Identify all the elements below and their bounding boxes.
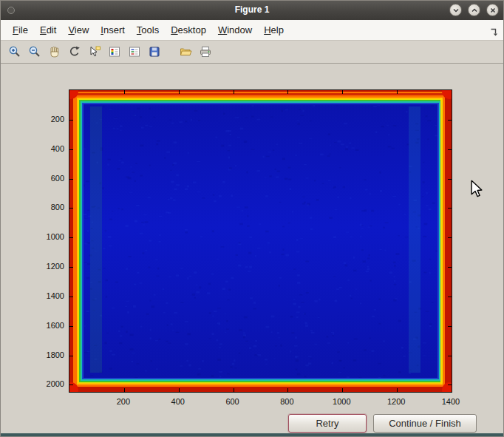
x-axis-tick-label: 800 [271, 397, 302, 407]
x-axis-tick-label: 1000 [326, 397, 357, 407]
menu-tools[interactable]: Tools [131, 22, 165, 38]
zoom-out-icon[interactable] [27, 44, 43, 60]
y-axis-tick-label: 1200 [33, 262, 64, 271]
x-axis-tick-label: 400 [163, 397, 194, 407]
menu-insert[interactable]: Insert [95, 22, 131, 38]
zoom-in-icon[interactable] [7, 44, 23, 60]
data-cursor-icon[interactable] [86, 44, 103, 60]
chevron-up-icon [471, 7, 478, 14]
toolbar-separator [166, 44, 174, 60]
y-axis-tick-label: 2000 [33, 379, 64, 389]
insert-legend-icon[interactable] [126, 44, 143, 60]
insert-colorbar-icon[interactable] [106, 44, 123, 60]
save-icon[interactable] [146, 44, 163, 60]
x-axis-tick-label: 1200 [381, 397, 412, 407]
rotate-3d-icon[interactable] [67, 44, 83, 60]
print-icon[interactable] [197, 44, 214, 60]
x-axis-tick-label: 1400 [435, 397, 466, 407]
retry-button[interactable]: Retry [288, 414, 367, 433]
pan-hand-icon[interactable] [47, 44, 63, 60]
y-axis-tick-label: 200 [33, 115, 64, 124]
undock-arrow-icon[interactable] [489, 26, 498, 39]
chevron-down-icon [452, 7, 460, 14]
window-title: Figure 1 [1, 4, 503, 15]
y-axis-tick-label: 400 [33, 144, 64, 154]
figure-toolbar [1, 41, 503, 64]
open-folder-icon[interactable] [177, 44, 194, 60]
continue-finish-button[interactable]: Continue / Finish [373, 414, 477, 433]
x-axis-tick-label: 200 [108, 397, 139, 407]
menu-desktop[interactable]: Desktop [165, 22, 212, 38]
y-axis-tick-label: 600 [33, 174, 64, 183]
menu-help[interactable]: Help [258, 22, 290, 38]
window-bottom-edge [1, 433, 503, 436]
close-icon [489, 7, 497, 14]
y-axis-tick-label: 1800 [33, 350, 64, 360]
y-axis-tick-label: 1600 [33, 321, 64, 331]
titlebar: Figure 1 [1, 1, 503, 20]
menu-window[interactable]: Window [212, 22, 258, 38]
figure-canvas-area: Retry Continue / Finish 2004006008001000… [1, 64, 503, 433]
menubar: File Edit View Insert Tools Desktop Wind… [1, 20, 503, 41]
y-axis-tick-label: 800 [33, 203, 64, 212]
y-axis-tick-label: 1000 [33, 232, 64, 242]
window-controls [449, 4, 499, 16]
close-button[interactable] [486, 4, 499, 16]
menu-file[interactable]: File [7, 22, 34, 38]
menu-edit[interactable]: Edit [34, 22, 62, 38]
heatmap-image[interactable] [69, 89, 452, 393]
x-axis-tick-label: 600 [217, 397, 248, 407]
maximize-button[interactable] [468, 4, 480, 16]
figure-window: Figure 1 File Edit View Insert Tools Des… [0, 0, 504, 437]
y-axis-tick-label: 1400 [33, 291, 64, 301]
shade-button[interactable] [449, 4, 462, 16]
menu-view[interactable]: View [62, 22, 95, 38]
